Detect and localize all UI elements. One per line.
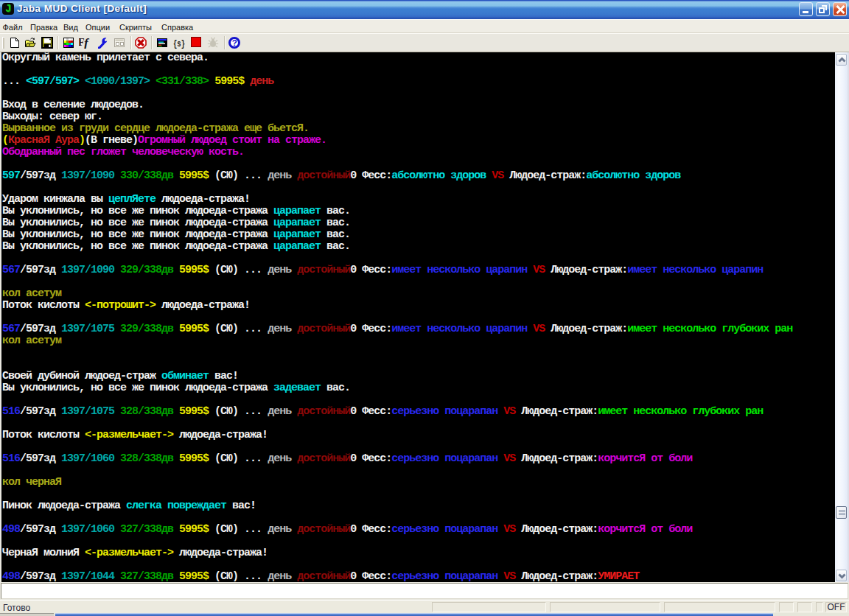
svg-text:f: f <box>84 37 90 49</box>
svg-text:?: ? <box>232 38 237 47</box>
svg-text:{s}: {s} <box>173 38 185 49</box>
